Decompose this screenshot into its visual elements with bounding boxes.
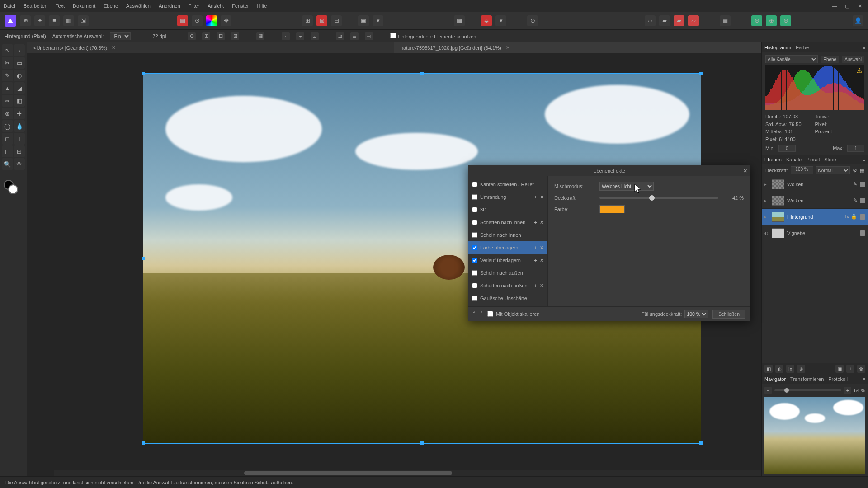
remove-icon[interactable]: ✕ <box>540 245 544 251</box>
arrange-back-icon[interactable]: ▱ <box>645 15 656 26</box>
visibility-toggle[interactable] <box>860 198 865 203</box>
add-icon[interactable]: + <box>534 194 537 200</box>
scale-with-object-checkbox[interactable]: Mit Objekt skalieren <box>487 311 540 317</box>
prev-effect-icon[interactable]: ˄ <box>473 311 476 317</box>
link1-icon[interactable]: ⊕ <box>751 15 762 26</box>
expand-icon[interactable]: ▸ <box>764 215 769 219</box>
visibility-toggle[interactable] <box>860 182 865 187</box>
link3-icon[interactable]: ⊕ <box>780 15 791 26</box>
maximize-button[interactable]: ▢ <box>843 3 852 9</box>
menu-view[interactable]: Ansicht <box>208 3 224 9</box>
account-icon[interactable]: 👤 <box>853 15 863 26</box>
fx-color-overlay[interactable]: Farbe überlagern+✕ <box>468 241 547 254</box>
snap-grid-icon[interactable]: ⊞ <box>302 15 313 26</box>
smudge-tool-icon[interactable]: 💧 <box>14 120 25 132</box>
preview-icon[interactable]: ⊙ <box>527 15 538 26</box>
close-dialog-icon[interactable]: ✕ <box>743 168 747 174</box>
fx-outer-glow[interactable]: Schein nach außen <box>468 267 547 279</box>
dodge-tool-icon[interactable]: ◯ <box>2 120 13 132</box>
histogram-layer-button[interactable]: Ebene <box>821 56 839 63</box>
navigator-preview[interactable] <box>764 397 865 474</box>
add-icon[interactable]: + <box>534 283 537 289</box>
zoom-tool-icon[interactable]: 🔍 <box>2 158 13 170</box>
persona-tone-icon[interactable]: ▥ <box>63 15 74 26</box>
menu-edit[interactable]: Bearbeiten <box>24 3 47 9</box>
color-wells[interactable] <box>2 178 25 196</box>
add-icon[interactable]: + <box>534 220 537 225</box>
opacity-slider[interactable] <box>599 197 718 199</box>
arrange-backward-icon[interactable]: ▰ <box>659 15 670 26</box>
tab-transform[interactable]: Transformieren <box>790 376 824 382</box>
menu-text[interactable]: Text <box>56 3 65 9</box>
persona-develop-icon[interactable]: ≡ <box>49 15 60 26</box>
close-button[interactable]: Schließen <box>712 310 745 319</box>
add-icon[interactable]: + <box>534 245 537 251</box>
move-tool-icon[interactable]: ↖ <box>2 44 13 56</box>
node-tool-icon[interactable]: ▹ <box>14 44 25 56</box>
expand-icon[interactable]: ▸ <box>764 182 769 187</box>
fx-inner-shadow[interactable]: Schatten nach innen+✕ <box>468 216 547 229</box>
transform-icon-1[interactable]: ⊕ <box>188 32 196 40</box>
crop-tool-icon[interactable]: ✂ <box>2 57 13 69</box>
brush-sel-icon[interactable]: ◐ <box>14 70 25 81</box>
dialog-titlebar[interactable]: Ebeneneffekte ✕ <box>468 165 750 176</box>
layer-item-wolken-2[interactable]: ▸ Wolken ✎ <box>762 192 868 209</box>
max-input[interactable] <box>847 145 864 152</box>
edit-icon[interactable]: ✎ <box>853 181 857 187</box>
fx-bevel[interactable]: Kanten schleifen / Relief <box>468 178 547 191</box>
context-mode-select[interactable]: Ein <box>110 32 131 40</box>
flood-tool-icon[interactable]: ▲ <box>2 82 13 94</box>
mesh-tool-icon[interactable]: ⊞ <box>14 145 25 157</box>
layer-item-wolken-1[interactable]: ▸ Wolken ✎ <box>762 176 868 192</box>
expand-icon[interactable]: ▸ <box>764 198 769 203</box>
layer-item-hintergrund[interactable]: ▸ Hintergrund fx🔒 <box>762 209 868 225</box>
remove-icon[interactable]: ✕ <box>540 220 544 225</box>
remove-icon[interactable]: ✕ <box>540 258 544 263</box>
transform-icon-4[interactable]: ⊠ <box>231 32 239 40</box>
menu-file[interactable]: Datei <box>4 3 15 9</box>
snap-grid2-icon[interactable]: ⊟ <box>331 15 342 26</box>
remove-icon[interactable]: ✕ <box>540 283 544 289</box>
swatch-red-icon[interactable]: ▤ <box>177 15 188 26</box>
transform-icon-2[interactable]: ⊞ <box>202 32 210 40</box>
add-icon[interactable]: + <box>534 258 537 263</box>
group-icon[interactable]: ▣ <box>835 365 844 373</box>
zoom-slider[interactable] <box>774 389 841 391</box>
tab-channels[interactable]: Kanäle <box>786 157 802 162</box>
zoom-out-button[interactable]: − <box>764 387 772 394</box>
layer-item-vignette[interactable]: ◐ Vignette <box>762 225 868 241</box>
gradient-tool-icon[interactable]: ◢ <box>14 82 25 94</box>
tab-history[interactable]: Protokoll <box>828 376 848 382</box>
foreground-color-well[interactable] <box>8 184 18 194</box>
snap-red-icon[interactable]: ⬙ <box>481 15 492 26</box>
text-tool-icon[interactable]: T <box>14 133 25 145</box>
persona-export-icon[interactable]: ⇲ <box>78 15 89 26</box>
panel-menu-icon[interactable]: ≡ <box>863 376 865 382</box>
protect-children-checkbox[interactable]: Untergeordnete Elemente schützen <box>390 33 476 39</box>
selection-tool-icon[interactable]: ▭ <box>14 57 25 69</box>
align-v3-icon[interactable]: ⫣ <box>365 32 373 40</box>
tab-brushes[interactable]: Pinsel <box>806 157 820 162</box>
tab-color[interactable]: Farbe <box>796 45 809 50</box>
tab-stock[interactable]: Stock <box>824 157 837 162</box>
fx-gaussian-blur[interactable]: Gaußsche Unschärfe <box>468 292 547 305</box>
transform-icon-3[interactable]: ⊟ <box>217 32 225 40</box>
pen-tool-icon[interactable]: ✎ <box>2 70 13 81</box>
align-icon[interactable]: ▦ <box>454 15 465 26</box>
align-v2-icon[interactable]: ⫢ <box>350 32 359 40</box>
snap-dropdown-icon[interactable]: ▾ <box>495 15 506 26</box>
minimize-button[interactable]: — <box>830 3 839 9</box>
layer-effects-dialog[interactable]: Ebeneneffekte ✕ Kanten schleifen / Relie… <box>468 165 750 321</box>
menu-window[interactable]: Fenster <box>232 3 249 9</box>
color-wheel-icon[interactable] <box>206 15 217 26</box>
menu-help[interactable]: Hilfe <box>257 3 267 9</box>
close-tab-icon[interactable]: ✕ <box>506 45 510 51</box>
zoom-in-button[interactable]: + <box>844 387 851 394</box>
panel-menu-icon[interactable]: ≡ <box>863 157 865 162</box>
align-h3-icon[interactable]: ⫠ <box>311 32 319 40</box>
fx-3d[interactable]: 3D <box>468 203 547 216</box>
align-v1-icon[interactable]: ⫡ <box>336 32 344 40</box>
remove-icon[interactable]: ✕ <box>540 194 544 200</box>
menu-document[interactable]: Dokument <box>73 3 95 9</box>
fill-opacity-select[interactable]: 100 % <box>684 310 708 318</box>
